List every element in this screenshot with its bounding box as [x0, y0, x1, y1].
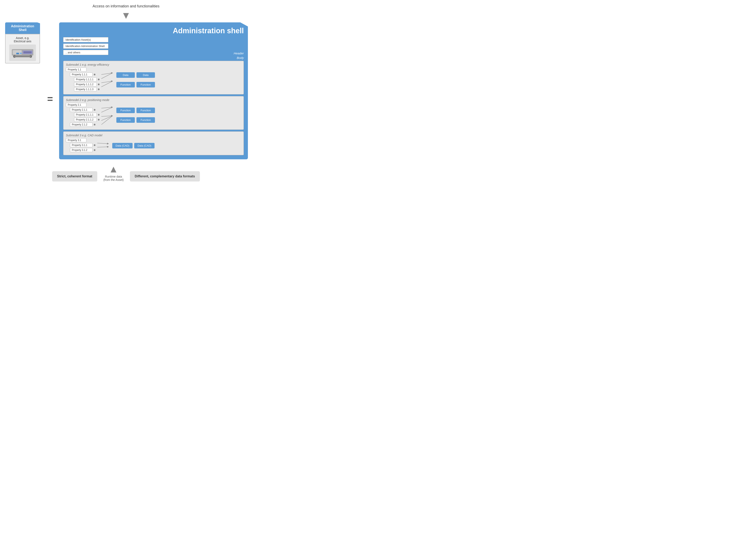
prop-3-1: Property 3.1 — [66, 138, 86, 142]
btn-function-6[interactable]: Function — [136, 117, 155, 123]
header-label: Header — [234, 51, 244, 55]
left-card-title: Administration Shell — [5, 22, 40, 34]
asset-subtitle: Asset, e.g.Electrical axis — [14, 36, 31, 43]
connector-arrows-1 — [100, 70, 115, 89]
prop-1-1: Property 1.1 — [66, 68, 86, 72]
svg-rect-7 — [16, 53, 19, 54]
svg-rect-8 — [20, 53, 22, 54]
header-field-2: Identification Administration Shell — [63, 43, 108, 49]
header-field-3: .. and others — [63, 50, 108, 55]
btn-function-2[interactable]: Function — [136, 82, 155, 87]
bottom-right-box: Different, complementary data formats — [130, 171, 200, 181]
btn-cad-1[interactable]: Data (CAD) — [112, 143, 133, 148]
body-label: Body — [237, 56, 244, 60]
bottom-center: ▲ Runtime data(from the Asset) — [103, 164, 124, 181]
svg-line-19 — [97, 147, 109, 147]
submodel-2-title: Submodel 2 e.g. positioning mode — [66, 98, 241, 102]
svg-line-16 — [101, 116, 113, 120]
prop-1-1-1-1: Property 1.1.1.1 — [74, 77, 97, 81]
submodels-area: Submodel 1 e.g. energy efficiency Proper… — [63, 61, 244, 155]
prop-1-1-1-3: Property 1.1.1.3 — [74, 87, 97, 91]
top-label: Access on information and functionalitie… — [4, 4, 248, 8]
svg-line-18 — [97, 143, 109, 144]
prop-1-1-1-2: Property 1.1.1.2 — [74, 82, 97, 86]
submodel-1-title: Submodel 1 e.g. energy efficiency — [66, 63, 241, 66]
svg-rect-6 — [15, 55, 31, 57]
btn-function-3[interactable]: Function — [116, 108, 135, 113]
btn-data-1[interactable]: Data — [116, 72, 135, 78]
svg-line-15 — [101, 116, 113, 116]
shell-title: Administration shell — [63, 26, 244, 35]
up-arrow: ▲ — [109, 164, 118, 174]
prop-2-1-1: Property 2.1.1 — [70, 108, 93, 112]
btn-function-1[interactable]: Function — [116, 82, 135, 87]
admin-shell-box: Administration shell Identification Asse… — [59, 22, 248, 159]
prop-2-1-1-1: Property 2.1.1.1 — [74, 113, 97, 117]
submodel-1: Submodel 1 e.g. energy efficiency Proper… — [63, 61, 244, 94]
runtime-label: Runtime data(from the Asset) — [103, 175, 124, 181]
connector-arrows-2 — [100, 103, 115, 126]
prop-1-1-1: Property 1.1.1 — [70, 72, 93, 77]
svg-rect-3 — [23, 51, 31, 53]
svg-line-17 — [101, 116, 113, 125]
prop-2-1: Property 2.1 — [66, 103, 86, 107]
submodel-3-title: Submodel 3 e.g. CAD model — [66, 134, 241, 137]
prop-2-1-2: Property 2.1.2 — [70, 122, 93, 127]
btn-function-5[interactable]: Function — [116, 117, 135, 123]
equals-sign: = — [47, 93, 53, 105]
btn-cad-2[interactable]: Data (CAD) — [134, 143, 155, 148]
submodel-2: Submodel 2 e.g. positioning mode Propert… — [63, 96, 244, 130]
bottom-left-box: Strict, coherent format — [52, 171, 97, 181]
prop-3-1-2: Property 3.1.2 — [70, 148, 93, 152]
header-fields: Identification Asset(s) Identification A… — [63, 37, 108, 55]
left-card: Administration Shell Asset, e.g.Electric… — [4, 22, 41, 63]
down-arrow: ▼ — [4, 10, 248, 20]
btn-function-4[interactable]: Function — [136, 108, 155, 113]
submodel-3: Submodel 3 e.g. CAD model Property 3.1 P… — [63, 131, 244, 155]
connector-arrows-3 — [96, 138, 111, 152]
btn-data-2[interactable]: Data — [136, 72, 155, 78]
prop-2-1-1-2: Property 2.1.1.2 — [74, 118, 97, 122]
prop-3-1-1: Property 3.1.1 — [70, 143, 93, 147]
asset-image — [9, 45, 36, 61]
header-field-1: Identification Asset(s) — [63, 37, 108, 42]
